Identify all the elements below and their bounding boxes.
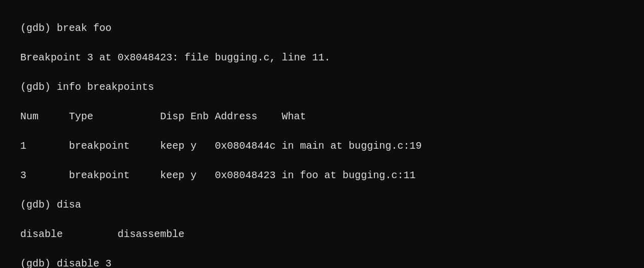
terminal-line-8: disable disassemble (20, 228, 184, 240)
terminal-line-3: (gdb) info breakpoints (20, 81, 154, 93)
terminal-line-4: Num Type Disp Enb Address What (20, 111, 306, 122)
terminal-line-2: Breakpoint 3 at 0x8048423: file bugging.… (20, 52, 330, 63)
terminal-line-1: (gdb) break foo (20, 22, 111, 34)
terminal-line-6: 3 breakpoint keep y 0x08048423 in foo at… (20, 170, 415, 181)
terminal-window[interactable]: (gdb) break foo Breakpoint 3 at 0x804842… (0, 0, 644, 268)
terminal-line-7: (gdb) disa (20, 199, 81, 211)
terminal-line-5: 1 breakpoint keep y 0x0804844c in main a… (20, 140, 422, 152)
terminal-line-9: (gdb) disable 3 (20, 258, 111, 268)
